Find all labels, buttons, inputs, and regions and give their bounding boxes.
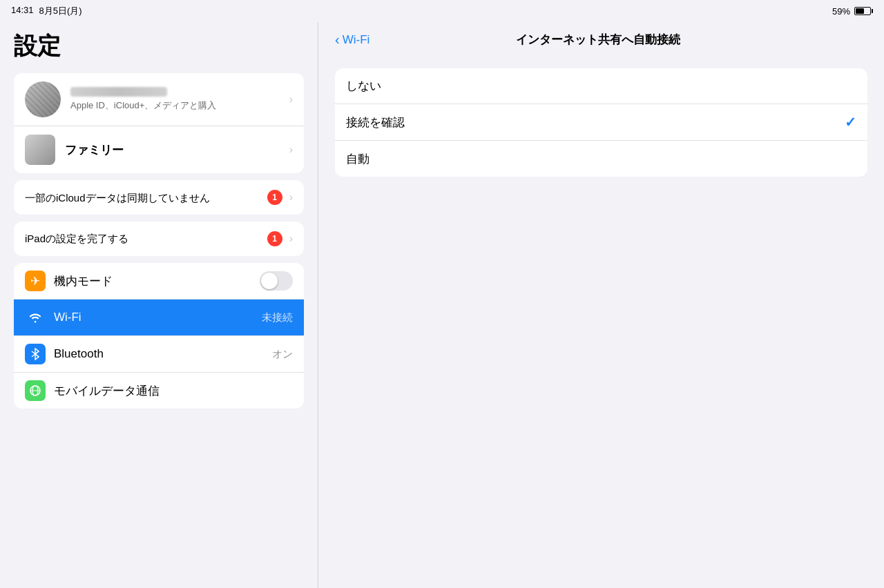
right-panel: ‹ Wi-Fi インターネット共有へ自動接続 しない 接続を確認 ✓ 自動	[318, 22, 884, 588]
bluetooth-icon	[25, 344, 46, 364]
status-right: 59%	[832, 6, 873, 17]
wifi-value: 未接続	[262, 311, 293, 324]
settings-title: 設定	[14, 30, 304, 62]
right-header: ‹ Wi-Fi インターネット共有へ自動接続	[318, 22, 884, 57]
sidebar-item-airplane[interactable]: ✈ 機内モード	[14, 263, 304, 300]
back-label: Wi-Fi	[343, 33, 370, 47]
battery-tip	[872, 9, 873, 13]
sidebar-item-cellular[interactable]: モバイルデータ通信	[14, 373, 304, 409]
cellular-label: モバイルデータ通信	[54, 383, 285, 399]
bluetooth-value: オン	[272, 348, 293, 361]
airplane-label: 機内モード	[54, 273, 251, 289]
sidebar: 設定 Apple ID、iCloud+、メディアと購入 › ファミリー ›	[0, 22, 318, 588]
battery-percent: 59%	[832, 6, 850, 17]
status-date: 8月5日(月)	[39, 5, 82, 17]
profile-name-blurred	[70, 87, 167, 97]
option-item-confirm[interactable]: 接続を確認 ✓	[335, 104, 867, 141]
profile-family-item[interactable]: ファミリー ›	[14, 126, 304, 173]
battery-body	[854, 7, 871, 15]
family-label: ファミリー	[65, 142, 280, 158]
status-time: 14:31	[11, 5, 34, 17]
profile-chevron-icon: ›	[289, 93, 293, 106]
options-card: しない 接続を確認 ✓ 自動	[335, 68, 867, 177]
battery-fill	[856, 8, 864, 14]
sidebar-item-wifi[interactable]: Wi-Fi 未接続	[14, 300, 304, 336]
right-panel-title: インターネット共有へ自動接続	[383, 32, 812, 48]
profile-main-item[interactable]: Apple ID、iCloud+、メディアと購入 ›	[14, 73, 304, 126]
bluetooth-label: Bluetooth	[54, 347, 264, 361]
ipad-setup-chevron-icon: ›	[289, 233, 293, 245]
main-layout: 設定 Apple ID、iCloud+、メディアと購入 › ファミリー ›	[0, 22, 884, 588]
options-container: しない 接続を確認 ✓ 自動	[318, 57, 884, 188]
icloud-chevron-icon: ›	[289, 191, 293, 204]
airplane-toggle[interactable]	[260, 271, 293, 291]
airplane-icon: ✈	[25, 271, 46, 291]
family-avatar	[25, 135, 55, 165]
battery-icon	[854, 7, 873, 15]
profile-info: Apple ID、iCloud+、メディアと購入	[70, 87, 280, 112]
icloud-notice[interactable]: 一部のiCloudデータは同期していません 1 ›	[14, 180, 304, 215]
wifi-label: Wi-Fi	[54, 311, 253, 324]
ipad-setup-badge: 1	[267, 231, 282, 246]
back-button[interactable]: ‹ Wi-Fi	[335, 32, 369, 48]
avatar	[25, 81, 61, 117]
profile-card: Apple ID、iCloud+、メディアと購入 › ファミリー ›	[14, 73, 304, 173]
option-label-confirm: 接続を確認	[346, 115, 845, 130]
sidebar-item-bluetooth[interactable]: Bluetooth オン	[14, 336, 304, 373]
icloud-notice-text: 一部のiCloudデータは同期していません	[25, 190, 260, 205]
checkmark-icon: ✓	[845, 114, 856, 130]
toggle-knob	[261, 273, 278, 289]
option-label-auto: 自動	[346, 151, 856, 167]
option-item-shinai[interactable]: しない	[335, 68, 867, 104]
cellular-icon	[25, 380, 46, 401]
status-time-date: 14:31 8月5日(月)	[11, 5, 82, 17]
back-chevron-icon: ‹	[335, 32, 340, 48]
profile-sub: Apple ID、iCloud+、メディアと購入	[70, 99, 280, 112]
wifi-icon	[25, 307, 46, 328]
ipad-setup-text: iPadの設定を完了する	[25, 233, 260, 246]
ipad-setup[interactable]: iPadの設定を完了する 1 ›	[14, 222, 304, 256]
status-bar: 14:31 8月5日(月) 59%	[0, 0, 884, 22]
icloud-badge: 1	[267, 190, 282, 205]
option-item-auto[interactable]: 自動	[335, 141, 867, 177]
settings-group-network: ✈ 機内モード Wi-Fi 未接続	[14, 263, 304, 409]
option-label-shinai: しない	[346, 78, 856, 94]
family-info: ファミリー	[65, 142, 280, 158]
family-chevron-icon: ›	[289, 144, 293, 156]
